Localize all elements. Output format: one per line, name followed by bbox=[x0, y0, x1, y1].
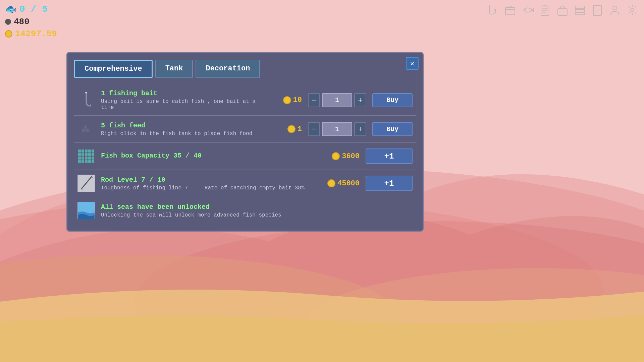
nav-doc-icon[interactable] bbox=[591, 3, 604, 17]
fish-feed-qty-controls: − + bbox=[308, 122, 366, 136]
fishing-bait-desc: Using bait is sure to catch fish , one b… bbox=[101, 99, 266, 111]
fish-hud-icon: 🐟 bbox=[5, 3, 17, 15]
fish-feed-info: 5 fish feed Right click in the fish tank… bbox=[101, 122, 266, 137]
bait-qty-input[interactable] bbox=[322, 93, 352, 107]
nav-clipboard-icon[interactable] bbox=[538, 3, 552, 17]
svg-point-19 bbox=[86, 128, 90, 132]
bait-increase-button[interactable]: + bbox=[354, 93, 366, 107]
nav-bag-icon[interactable] bbox=[556, 3, 569, 17]
nav-box-icon[interactable] bbox=[503, 3, 517, 17]
svg-rect-10 bbox=[558, 9, 567, 15]
bait-decrease-button[interactable]: − bbox=[308, 93, 320, 107]
gold-value: 14297.59 bbox=[15, 29, 57, 39]
tab-comprehensive[interactable]: Comprehensive bbox=[74, 60, 153, 78]
fish-box-price: 3600 bbox=[329, 152, 360, 161]
svg-rect-14 bbox=[593, 5, 601, 15]
nav-fishing-icon[interactable] bbox=[486, 3, 499, 17]
item-row-all-seas: All seas have been unlocked Unlocking th… bbox=[74, 197, 416, 224]
all-seas-name: All seas have been unlocked bbox=[101, 203, 413, 211]
svg-point-16 bbox=[631, 8, 634, 12]
fishing-bait-icon bbox=[77, 92, 95, 109]
price-coin-icon-2 bbox=[287, 125, 296, 133]
rod-icon bbox=[77, 175, 95, 192]
fish-box-info: Fish box Capacity 35 / 40 bbox=[101, 152, 323, 161]
tab-tank[interactable]: Tank bbox=[155, 60, 193, 78]
xp-value: 480 bbox=[14, 17, 30, 27]
bait-buy-button[interactable]: Buy bbox=[372, 93, 413, 107]
rod-info: Rod Level 7 / 10 Toughness of fishing li… bbox=[101, 176, 321, 191]
svg-point-18 bbox=[82, 128, 86, 132]
svg-rect-12 bbox=[575, 9, 585, 12]
hud: 🐟 0 / 5 480 14297.59 bbox=[5, 3, 57, 41]
fishing-bait-info: 1 fishing bait Using bait is sure to cat… bbox=[101, 89, 266, 111]
nav-fish-icon[interactable] bbox=[521, 3, 534, 17]
rod-upgrade-button[interactable]: +1 bbox=[366, 176, 413, 191]
fishing-bait-name: 1 fishing bait bbox=[101, 89, 266, 97]
fish-count-row: 🐟 0 / 5 bbox=[5, 3, 57, 15]
nav-icons bbox=[486, 3, 639, 17]
svg-rect-7 bbox=[505, 7, 515, 15]
fish-count-value: 0 / 5 bbox=[19, 4, 48, 14]
fish-feed-icon bbox=[77, 120, 95, 138]
svg-rect-11 bbox=[575, 6, 585, 9]
price-coin-icon-4 bbox=[327, 179, 335, 187]
gold-row: 14297.59 bbox=[5, 29, 57, 39]
svg-rect-13 bbox=[575, 13, 585, 15]
svg-point-8 bbox=[524, 9, 526, 10]
feed-buy-button[interactable]: Buy bbox=[372, 122, 413, 136]
nav-storage-icon[interactable] bbox=[573, 3, 587, 17]
svg-point-20 bbox=[84, 125, 87, 129]
fish-feed-price: 1 bbox=[272, 125, 302, 133]
svg-point-17 bbox=[85, 92, 87, 94]
svg-point-15 bbox=[613, 6, 617, 10]
close-button[interactable]: ✕ bbox=[406, 57, 419, 70]
sea-icon bbox=[77, 202, 95, 219]
shop-modal: ✕ Comprehensive Tank Decoration 1 fishin… bbox=[66, 52, 424, 232]
item-row-fish-feed: 5 fish feed Right click in the fish tank… bbox=[74, 116, 416, 143]
feed-decrease-button[interactable]: − bbox=[308, 122, 320, 136]
fish-box-upgrade-button[interactable]: +1 bbox=[366, 148, 413, 164]
item-row-fish-box: Fish box Capacity 35 / 40 3600 +1 bbox=[74, 143, 416, 170]
price-coin-icon bbox=[283, 96, 291, 104]
fish-box-icon bbox=[77, 147, 95, 165]
price-coin-icon-3 bbox=[332, 152, 340, 160]
xp-dot-icon bbox=[5, 19, 11, 25]
tab-bar: Comprehensive Tank Decoration bbox=[74, 60, 416, 78]
all-seas-desc: Unlocking the sea will unlock more advan… bbox=[101, 212, 413, 218]
item-row-rod-level: Rod Level 7 / 10 Toughness of fishing li… bbox=[74, 170, 416, 197]
feed-qty-input[interactable] bbox=[322, 122, 352, 136]
all-seas-info: All seas have been unlocked Unlocking th… bbox=[101, 203, 413, 218]
tab-decoration[interactable]: Decoration bbox=[196, 60, 260, 78]
fish-feed-name: 5 fish feed bbox=[101, 122, 266, 129]
rod-name: Rod Level 7 / 10 bbox=[101, 176, 321, 184]
svg-point-6 bbox=[494, 9, 496, 11]
xp-row: 480 bbox=[5, 17, 57, 27]
item-row-fishing-bait: 1 fishing bait Using bait is sure to cat… bbox=[74, 85, 416, 116]
fishing-bait-price: 10 bbox=[272, 96, 302, 104]
nav-user-icon[interactable] bbox=[608, 3, 622, 17]
fish-box-name: Fish box Capacity 35 / 40 bbox=[101, 152, 323, 160]
grid-display bbox=[78, 149, 94, 163]
feed-increase-button[interactable]: + bbox=[354, 122, 366, 136]
fishing-bait-qty-controls: − + bbox=[308, 93, 366, 107]
rod-desc: Toughness of fishing line 7 Rate of catc… bbox=[101, 185, 321, 191]
rod-price: 45000 bbox=[327, 179, 360, 188]
fish-feed-desc: Right click in the fish tank to place fi… bbox=[101, 131, 266, 137]
nav-settings-icon[interactable] bbox=[626, 3, 639, 17]
gold-coin-icon bbox=[5, 30, 12, 38]
